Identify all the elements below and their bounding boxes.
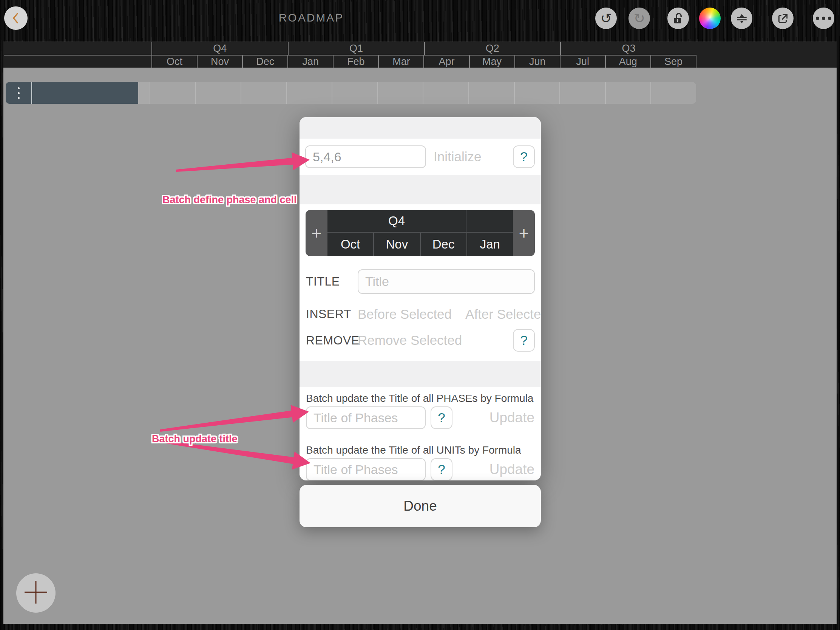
title-label: TITLE	[306, 275, 358, 289]
mini-quarter-empty-cell[interactable]	[466, 210, 513, 232]
month-label: Nov	[197, 55, 242, 68]
insert-row: INSERT Before Selected After Selected	[300, 308, 541, 321]
month-label: Jan	[287, 55, 333, 68]
quarter-label: Q2	[424, 42, 561, 55]
month-label: Mar	[378, 55, 423, 68]
unit-month-cell[interactable]	[286, 82, 332, 104]
plus-icon: +	[519, 223, 529, 243]
lock-button[interactable]	[667, 8, 689, 29]
batch-unit-row: ? Update	[300, 458, 541, 480]
more-button[interactable]	[813, 8, 834, 29]
batch-update-section: Batch update the Title of all PHASEs by …	[300, 387, 541, 480]
month-cells: OctNovDecJanFebMarAprMayJunJulAugSep	[152, 55, 696, 68]
month-label: May	[469, 55, 515, 68]
batch-phase-help-button[interactable]: ?	[431, 406, 453, 429]
redo-button[interactable]: ↻	[628, 8, 650, 29]
unit-month-cell[interactable]	[195, 82, 241, 104]
unit-month-cells	[150, 82, 696, 104]
plus-icon: +	[312, 223, 322, 243]
phase-section: + Q4 OctNovDecJan + TITLE INSERT	[300, 204, 541, 361]
unit-month-cell[interactable]	[423, 82, 468, 104]
unit-month-cell[interactable]	[468, 82, 514, 104]
unit-month-cell[interactable]	[514, 82, 560, 104]
initialize-input[interactable]	[305, 145, 426, 168]
quarter-label: Q1	[288, 42, 424, 55]
batch-edit-dialog: Initialize ? + Q4 OctNovDecJan +	[300, 117, 541, 480]
remove-row: REMOVE Remove Selected ?	[300, 329, 541, 352]
remove-help-button[interactable]: ?	[513, 329, 535, 352]
unit-title-cell-selected[interactable]	[32, 82, 138, 104]
remove-selected-button[interactable]: Remove Selected	[358, 333, 462, 348]
insert-after-button[interactable]: After Selected	[465, 307, 541, 322]
ellipsis-icon	[816, 17, 831, 20]
back-button[interactable]	[4, 6, 28, 30]
mini-month-cell[interactable]: Nov	[373, 233, 420, 256]
title-row: TITLE	[300, 269, 541, 294]
quarter-label: Q3	[560, 42, 696, 55]
month-label: Dec	[242, 55, 287, 68]
page-title: ROADMAP	[279, 11, 344, 24]
question-mark-icon: ?	[438, 462, 445, 477]
undo-button[interactable]: ↺	[595, 8, 617, 29]
batch-phase-input[interactable]	[306, 406, 426, 429]
phase-mini-table: + Q4 OctNovDecJan +	[306, 210, 535, 256]
month-label: Oct	[152, 55, 197, 68]
mini-month-cell[interactable]: Dec	[420, 233, 466, 256]
unit-month-cell[interactable]	[559, 82, 605, 104]
unit-month-cell[interactable]	[377, 82, 423, 104]
quarter-row: Q4Q1Q2Q3	[4, 42, 696, 55]
remove-label: REMOVE	[306, 333, 358, 347]
mini-month-cell[interactable]: Oct	[327, 233, 373, 256]
batch-unit-input[interactable]	[306, 458, 426, 480]
unit-row-filler	[138, 82, 150, 104]
unit-column-spacer	[4, 55, 152, 68]
unit-month-cell[interactable]	[651, 82, 696, 104]
month-row: OctNovDecJanFebMarAprMayJunJulAugSep	[4, 55, 696, 68]
color-wheel-icon[interactable]	[699, 8, 721, 29]
batch-phase-update-button[interactable]: Update	[489, 410, 534, 426]
dialog-top-band	[300, 117, 541, 139]
undo-arrow-icon: ↺	[600, 12, 611, 25]
month-label: Sep	[651, 55, 696, 68]
batch-unit-update-button[interactable]: Update	[489, 461, 534, 477]
unit-menu-button[interactable]	[6, 82, 32, 104]
initialize-help-button[interactable]: ?	[513, 145, 535, 168]
mini-month-cell[interactable]: Jan	[466, 233, 513, 256]
unit-month-cell[interactable]	[605, 82, 651, 104]
insert-before-button[interactable]: Before Selected	[358, 307, 452, 322]
unlocked-padlock-icon	[672, 12, 685, 25]
batch-unit-caption: Batch update the Title of all UNITs by F…	[306, 444, 534, 456]
mini-month-cells: OctNovDecJan	[327, 233, 513, 256]
batch-phase-row: ? Update	[300, 406, 541, 429]
insert-label: INSERT	[306, 307, 358, 321]
add-phase-after-button[interactable]: +	[513, 210, 535, 256]
mini-table-grid: Q4 OctNovDecJan	[327, 210, 513, 256]
redo-arrow-icon: ↻	[633, 12, 645, 25]
initialize-button[interactable]: Initialize	[434, 149, 481, 164]
question-mark-icon: ?	[520, 149, 527, 164]
share-icon	[777, 12, 789, 25]
unit-month-cell[interactable]	[241, 82, 286, 104]
month-label: Feb	[333, 55, 378, 68]
phase-title-input[interactable]	[358, 269, 535, 294]
done-label: Done	[403, 498, 437, 514]
row-adjust-button[interactable]	[731, 8, 752, 29]
initialize-section: Initialize ?	[300, 139, 541, 175]
unit-month-cell[interactable]	[150, 82, 195, 104]
quarter-label: Q4	[152, 42, 288, 55]
dialog-divider-band	[300, 361, 541, 387]
timeline-header: Q4Q1Q2Q3 OctNovDecJanFebMarAprMayJunJulA…	[3, 41, 837, 68]
month-label: Jun	[515, 55, 560, 68]
share-button[interactable]	[772, 8, 794, 29]
add-unit-fab[interactable]	[16, 573, 55, 613]
mini-quarter-cell[interactable]: Q4	[327, 210, 466, 232]
batch-unit-help-button[interactable]: ?	[431, 458, 453, 480]
quarter-cells: Q4Q1Q2Q3	[152, 42, 696, 55]
unit-month-cell[interactable]	[332, 82, 377, 104]
add-phase-before-button[interactable]: +	[306, 210, 327, 256]
row-height-adjust-icon	[735, 12, 748, 25]
question-mark-icon: ?	[438, 410, 445, 425]
month-label: Jul	[560, 55, 605, 68]
done-button[interactable]: Done	[300, 485, 541, 527]
dialog-divider-band	[300, 175, 541, 204]
